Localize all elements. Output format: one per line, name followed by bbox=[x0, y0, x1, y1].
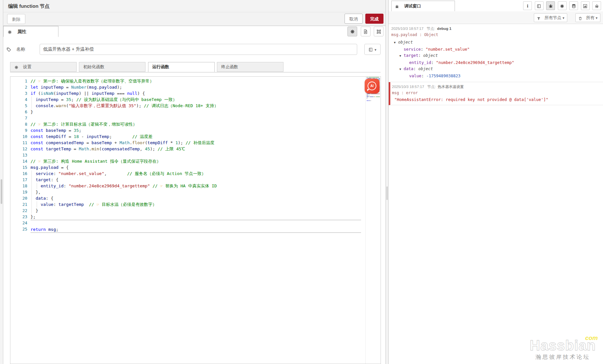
code-line: } bbox=[31, 109, 361, 115]
debug-message-topic: msg.payload : Object bbox=[391, 32, 600, 37]
debug-tree-row: ▼object bbox=[391, 39, 600, 46]
tree-collapse-arrow-icon[interactable]: ▼ bbox=[399, 53, 404, 59]
help-button[interactable] bbox=[535, 1, 544, 10]
code-line: }; bbox=[31, 214, 361, 220]
cancel-button[interactable]: 取消 bbox=[345, 14, 363, 24]
tab-properties[interactable]: 属性 bbox=[3, 26, 58, 37]
debug-filter-row: 所有节点 ▾ 所有 ▾ bbox=[389, 11, 603, 24]
tab-on-start[interactable]: 初始化函数 bbox=[79, 62, 145, 72]
code-line: }, bbox=[31, 189, 361, 195]
splitter-grip[interactable] bbox=[386, 186, 388, 200]
doc-icon bbox=[363, 29, 368, 34]
debug-error-text: "HomeAssistantError: required key not pr… bbox=[392, 97, 600, 102]
watermark-subtitle: 瀚思彼岸技术论坛 bbox=[530, 353, 596, 361]
debug-node-prefix: 节点: bbox=[427, 27, 435, 31]
name-label: 名称 bbox=[6, 46, 25, 52]
code-line: // ☞ 第一步: 确保输入是有效数字（处理非数字、空值等异常） bbox=[31, 78, 361, 84]
database-icon bbox=[572, 3, 576, 8]
debug-tree-row: entity_id: "number.24e8ce2969d4_targette… bbox=[391, 59, 600, 66]
gear-icon bbox=[350, 29, 355, 34]
debug-sidebar: 调试窗口 i 所有节点 ▾ 所有 ▾ 2025/10/3 18:57:17 节点… bbox=[389, 0, 603, 364]
ai-assistant-button[interactable]: AI bbox=[365, 79, 380, 94]
code-line: target: { bbox=[31, 177, 361, 183]
code-line: // ☞ 第三步: 构造 Home Assistant 指令（显式保证字段存在） bbox=[31, 158, 361, 164]
debug-message-error: 2025/10/3 18:57:17 节点: 热水器水温设置msg : erro… bbox=[389, 82, 603, 105]
tab-debug-window[interactable]: 调试窗口 bbox=[391, 1, 455, 11]
gear-icon bbox=[7, 30, 15, 35]
editor-gutter: 1234567891011121314151617181920212223242… bbox=[10, 78, 27, 232]
config-nodes-button[interactable] bbox=[558, 1, 567, 10]
code-line: entity_id: "number.24e8ce2969d4_targette… bbox=[31, 183, 361, 189]
dialog-toolbar: 删除 取消 完成 bbox=[3, 12, 385, 26]
debug-tree-row: ▼target: object bbox=[391, 52, 600, 59]
code-line: // ☞ 第二步: 计算目标水温（逻辑不变，增加可读性） bbox=[31, 121, 361, 127]
code-line: const compensatedTemp = baseTemp + Math.… bbox=[31, 140, 361, 146]
info-button[interactable]: i bbox=[523, 1, 532, 10]
code-editor[interactable]: 1234567891011121314151617181920212223242… bbox=[10, 76, 381, 364]
tab-on-message[interactable]: 运行函数 bbox=[148, 62, 215, 72]
trash-icon bbox=[578, 16, 584, 21]
debug-timestamp: 2025/10/3 18:57:17 bbox=[392, 85, 424, 89]
dialog-header-icons bbox=[345, 27, 383, 36]
tab-properties-label: 属性 bbox=[17, 29, 26, 34]
dialog-content: 名称 ▾ 设置 初始化函数 运行函数 终止函数 1234567891011121… bbox=[3, 37, 385, 364]
delete-button[interactable]: 删除 bbox=[7, 14, 25, 24]
debug-message-meta: 2025/10/3 18:57:17 节点: debug 1 bbox=[391, 26, 600, 31]
code-line: let inputTemp = Number(msg.payload); bbox=[31, 84, 361, 90]
chart-button[interactable] bbox=[581, 1, 590, 10]
gear-icon bbox=[14, 65, 20, 70]
code-line: const baseTemp = 35; bbox=[31, 127, 361, 133]
panel-splitter[interactable] bbox=[385, 0, 389, 364]
edit-appearance-button[interactable] bbox=[374, 27, 383, 36]
edit-description-button[interactable] bbox=[361, 27, 371, 36]
code-line: const targetTemp = Math.min(compensatedT… bbox=[31, 146, 361, 152]
dialog-title: 编辑 function 节点 bbox=[3, 0, 385, 12]
code-line bbox=[31, 152, 361, 158]
code-line: console.warn("输入非数字，已重置为默认值 35"); // 调试日… bbox=[31, 103, 361, 109]
filter-icon bbox=[537, 16, 542, 21]
tab-setup[interactable]: 设置 bbox=[10, 62, 77, 72]
context-data-button[interactable] bbox=[569, 1, 578, 10]
code-line: if (isNaN(inputTemp) || inputTemp === nu… bbox=[31, 90, 361, 96]
code-line bbox=[31, 115, 361, 121]
edit-function-dialog: 编辑 function 节点 删除 取消 完成 属性 bbox=[0, 0, 385, 364]
chevron-down-icon: ▾ bbox=[596, 16, 597, 20]
name-label-options-button[interactable]: ▾ bbox=[364, 44, 381, 55]
ai-icon-tail bbox=[367, 89, 370, 91]
appearance-icon bbox=[376, 29, 381, 34]
code-line bbox=[31, 220, 361, 226]
edit-properties-button[interactable] bbox=[347, 27, 357, 36]
home-button[interactable] bbox=[592, 1, 601, 10]
tab-on-stop[interactable]: 终止函数 bbox=[217, 62, 283, 72]
chart-icon bbox=[583, 3, 587, 8]
debug-message-debug: 2025/10/3 18:57:17 节点: debug 1msg.payloa… bbox=[389, 24, 603, 82]
watermark-tld: com bbox=[585, 334, 598, 342]
debug-tree-row: value: -1759489038823 bbox=[391, 73, 600, 79]
gear-icon bbox=[560, 3, 564, 8]
editor-minimap[interactable] bbox=[365, 77, 381, 364]
bug-icon bbox=[548, 3, 553, 8]
code-line: value: targetTemp // ☞ 目标水温（必须是有效数字） bbox=[31, 201, 361, 207]
editor-code[interactable]: // ☞ 第一步: 确保输入是有效数字（处理非数字、空值等异常）let inpu… bbox=[31, 78, 361, 233]
chevron-down-icon: ▾ bbox=[562, 16, 564, 20]
edge-scrollbar-thumb[interactable] bbox=[1, 179, 2, 204]
clear-messages-button[interactable]: 所有 ▾ bbox=[575, 13, 600, 22]
tree-collapse-arrow-icon[interactable]: ▼ bbox=[394, 40, 398, 46]
watermark: Hassbian com 瀚思彼岸技术论坛 bbox=[530, 339, 596, 361]
code-line: data: { bbox=[31, 195, 361, 201]
filter-nodes-button[interactable]: 所有节点 ▾ bbox=[534, 13, 567, 22]
properties-tab-row: 属性 bbox=[3, 26, 385, 38]
tab-debug-window-label: 调试窗口 bbox=[404, 4, 421, 8]
debug-message-meta: 2025/10/3 18:57:17 节点: 热水器水温设置 bbox=[392, 84, 600, 89]
done-button[interactable]: 完成 bbox=[365, 14, 383, 24]
info-icon: i bbox=[527, 3, 528, 8]
debug-button[interactable] bbox=[546, 1, 555, 10]
chevron-down-icon: ▾ bbox=[374, 48, 376, 52]
workspace-edge-strip bbox=[0, 0, 3, 364]
tree-collapse-arrow-icon[interactable]: ▼ bbox=[399, 66, 404, 73]
sidebar-toolbar: i bbox=[522, 1, 601, 10]
name-row: 名称 ▾ bbox=[6, 44, 383, 56]
debug-node-prefix: 节点: bbox=[427, 85, 436, 89]
debug-timestamp: 2025/10/3 18:57:17 bbox=[391, 27, 423, 31]
node-name-input[interactable] bbox=[40, 44, 357, 55]
